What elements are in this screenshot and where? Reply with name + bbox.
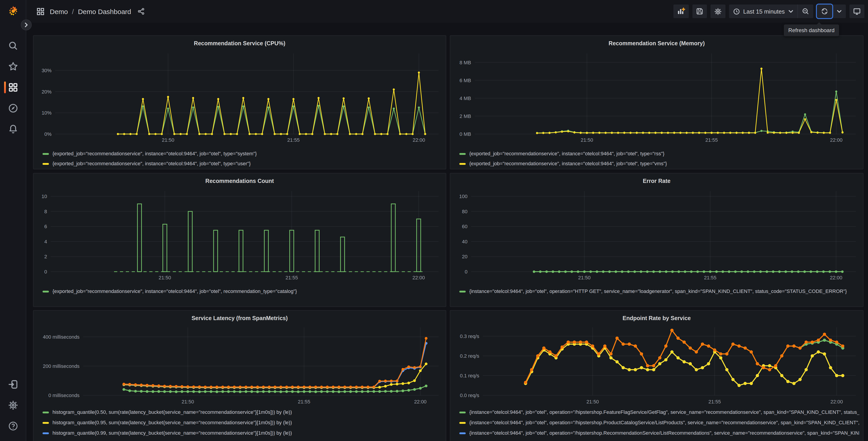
legend-item[interactable]: {instance="otelcol:9464", job="otel", op… bbox=[459, 286, 859, 296]
data-point bbox=[140, 383, 143, 386]
data-point bbox=[134, 390, 137, 392]
data-point bbox=[642, 132, 644, 134]
data-point bbox=[262, 390, 265, 393]
data-point bbox=[623, 132, 625, 134]
add-panel-button[interactable] bbox=[673, 4, 689, 18]
legend-item[interactable]: {exported_job="recommendationservice", i… bbox=[42, 158, 442, 169]
data-point bbox=[829, 270, 831, 273]
time-range-picker[interactable]: Last 15 minutes bbox=[729, 4, 797, 18]
sidebar-item-alerting[interactable] bbox=[0, 119, 26, 140]
chart-canvas[interactable]: 21:5021:5522:000 MB2 MB4 MB6 MB8 MB bbox=[454, 49, 859, 148]
data-point bbox=[738, 384, 741, 387]
legend-item[interactable]: {exported_job="recommendationservice", i… bbox=[42, 286, 442, 296]
chart-canvas[interactable]: 21:5021:5522:000.0 req/s0.1 req/s0.2 req… bbox=[454, 324, 859, 406]
legend-item[interactable]: histogram_quantile(0.50, sum(rate(latenc… bbox=[42, 407, 442, 417]
data-point bbox=[734, 270, 737, 273]
data-point bbox=[152, 384, 154, 387]
sidebar-item-dashboards[interactable] bbox=[0, 77, 26, 98]
data-point bbox=[841, 345, 844, 348]
legend-item[interactable]: {exported_job="recommendationservice", i… bbox=[459, 158, 859, 169]
data-point bbox=[659, 270, 661, 273]
x-tick-label: 22:00 bbox=[412, 275, 425, 281]
share-icon[interactable] bbox=[137, 8, 145, 15]
data-point bbox=[552, 270, 554, 273]
grafana-logo[interactable] bbox=[0, 0, 26, 23]
zoom-out-button[interactable] bbox=[797, 4, 813, 18]
data-point bbox=[652, 270, 655, 273]
data-point bbox=[723, 132, 725, 134]
y-tick-label: 100 bbox=[459, 194, 467, 199]
legend-swatch bbox=[42, 432, 49, 435]
data-point bbox=[696, 270, 699, 273]
sidebar-item-starred[interactable] bbox=[0, 56, 26, 77]
data-point bbox=[418, 71, 420, 74]
sidebar-item-search[interactable] bbox=[0, 35, 26, 56]
data-point bbox=[533, 270, 535, 273]
data-point bbox=[784, 270, 787, 273]
series-line bbox=[537, 68, 842, 133]
panel-title[interactable]: Recommendation Service (Memory) bbox=[454, 38, 859, 49]
bar bbox=[264, 230, 268, 272]
chart-canvas[interactable]: 21:5021:5522:000 milliseconds200 millise… bbox=[37, 324, 442, 406]
data-point bbox=[817, 350, 820, 354]
refresh-dashboard-button[interactable] bbox=[817, 4, 832, 18]
panel-title[interactable]: Error Rate bbox=[454, 176, 859, 186]
data-point bbox=[320, 390, 323, 393]
data-point bbox=[530, 368, 533, 371]
data-point bbox=[709, 270, 711, 273]
sidebar-item-server-admin[interactable] bbox=[0, 395, 26, 416]
legend-item[interactable]: histogram_quantile(0.99, sum(rate(latenc… bbox=[42, 428, 442, 438]
refresh-interval-dropdown[interactable] bbox=[832, 4, 846, 18]
data-point bbox=[731, 343, 735, 346]
data-point bbox=[661, 132, 663, 134]
chart-canvas[interactable]: 21:5021:5522:000%10%20%30% bbox=[37, 49, 442, 148]
breadcrumb-dashboard-title[interactable]: Demo Dashboard bbox=[78, 7, 131, 15]
legend-item[interactable]: histogram_quantile(0.999, sum(rate(laten… bbox=[42, 438, 442, 441]
data-point bbox=[242, 97, 244, 99]
data-point bbox=[227, 385, 230, 388]
y-tick-label: 80 bbox=[462, 209, 467, 214]
data-point bbox=[677, 336, 680, 340]
panel-title[interactable]: Recommendation Service (CPU%) bbox=[37, 38, 442, 49]
panel-title[interactable]: Endpoint Rate by Service bbox=[454, 313, 859, 324]
data-point bbox=[629, 132, 631, 134]
star-icon bbox=[8, 62, 18, 71]
legend-item[interactable]: {instance="otelcol:9464", job="otel", op… bbox=[459, 438, 859, 441]
panel-title[interactable]: Service Latency (from SpanMetrics) bbox=[37, 313, 442, 324]
legend-item[interactable]: {instance="otelcol:9464", job="otel", op… bbox=[459, 428, 859, 438]
data-point bbox=[786, 380, 789, 383]
kiosk-mode-button[interactable] bbox=[849, 4, 864, 18]
chart-canvas[interactable]: 21:5021:5522:000246810 bbox=[37, 186, 442, 285]
data-point bbox=[835, 341, 838, 344]
dashboard-settings-button[interactable] bbox=[711, 4, 725, 18]
data-point bbox=[627, 270, 630, 273]
data-point bbox=[309, 390, 311, 393]
data-point bbox=[390, 390, 393, 393]
legend-item[interactable]: {exported_job="recommendationservice", i… bbox=[42, 148, 442, 158]
data-point bbox=[419, 365, 422, 368]
data-point bbox=[217, 106, 219, 108]
legend-item[interactable]: {instance="otelcol:9464", job="otel", op… bbox=[459, 407, 859, 417]
data-point bbox=[384, 390, 387, 393]
chart-canvas[interactable]: 21:5021:5522:00020406080100 bbox=[454, 186, 859, 285]
breadcrumb-folder[interactable]: Demo bbox=[50, 7, 68, 15]
data-point bbox=[804, 118, 806, 120]
data-point bbox=[841, 131, 843, 134]
sidebar-item-sign-in[interactable] bbox=[0, 374, 26, 395]
legend-item[interactable]: {instance="otelcol:9464", job="otel", op… bbox=[459, 417, 859, 428]
save-dashboard-button[interactable] bbox=[692, 4, 707, 18]
sidebar-expand-button[interactable] bbox=[21, 20, 32, 30]
sidebar-item-help[interactable] bbox=[0, 416, 26, 437]
data-point bbox=[567, 341, 570, 344]
panel-title[interactable]: Recommendations Count bbox=[37, 176, 442, 186]
data-point bbox=[703, 270, 705, 273]
data-point bbox=[586, 132, 588, 134]
data-point bbox=[390, 380, 393, 382]
legend-item[interactable]: histogram_quantile(0.95, sum(rate(latenc… bbox=[42, 417, 442, 428]
legend-item[interactable]: {exported_job="recommendationservice", i… bbox=[459, 148, 859, 158]
sign-in-icon bbox=[8, 379, 18, 389]
data-point bbox=[378, 380, 381, 382]
data-point bbox=[250, 390, 253, 393]
data-point bbox=[355, 385, 358, 388]
sidebar-item-explore[interactable] bbox=[0, 98, 26, 119]
